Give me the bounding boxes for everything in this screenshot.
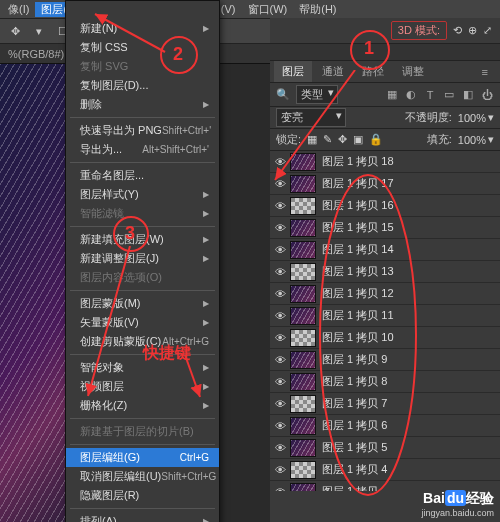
opacity-value[interactable]: 100% xyxy=(458,112,486,124)
ctx-separator xyxy=(70,508,215,509)
arrow-from-1 xyxy=(270,70,360,190)
dropdown-icon[interactable]: ▾ xyxy=(30,22,48,40)
orbit-icon[interactable]: ⟲ xyxy=(453,24,462,37)
visibility-eye-icon[interactable]: 👁 xyxy=(272,486,288,492)
filter-toggle-icon[interactable]: ⏻ xyxy=(480,88,494,102)
ctx-separator xyxy=(70,418,215,419)
filter-pixel-icon[interactable]: ▦ xyxy=(385,88,399,102)
visibility-eye-icon[interactable]: 👁 xyxy=(272,244,288,256)
visibility-eye-icon[interactable]: 👁 xyxy=(272,332,288,344)
ctx-layer-style[interactable]: 图层样式(Y) xyxy=(66,185,219,204)
canvas-image[interactable] xyxy=(0,64,65,522)
ctx-arrange[interactable]: 排列(A) xyxy=(66,512,219,522)
panel-menu-icon[interactable]: ≡ xyxy=(474,63,496,81)
ctx-quick-export-png[interactable]: 快速导出为 PNGShift+Ctrl+' xyxy=(66,121,219,140)
annotation-number-2: 2 xyxy=(173,44,183,65)
svg-line-1 xyxy=(88,246,130,396)
fill-value[interactable]: 100% xyxy=(458,134,486,146)
pan-icon[interactable]: ⊕ xyxy=(468,24,477,37)
lock-all-icon[interactable]: 🔒 xyxy=(369,133,383,146)
menu-help[interactable]: 帮助(H) xyxy=(293,2,342,17)
svg-line-3 xyxy=(275,70,355,180)
ctx-separator xyxy=(70,444,215,445)
annotation-shortcut-label: 快捷键 xyxy=(143,343,191,364)
visibility-eye-icon[interactable]: 👁 xyxy=(272,354,288,366)
ctx-delete[interactable]: 删除 xyxy=(66,95,219,114)
menu-window[interactable]: 窗口(W) xyxy=(242,2,294,17)
menu-image[interactable]: 像(I) xyxy=(2,2,35,17)
visibility-eye-icon[interactable]: 👁 xyxy=(272,288,288,300)
filter-type-icon[interactable]: T xyxy=(423,88,437,102)
ctx-export-as[interactable]: 导出为...Alt+Shift+Ctrl+' xyxy=(66,140,219,159)
visibility-eye-icon[interactable]: 👁 xyxy=(272,376,288,388)
ctx-rename[interactable]: 重命名图层... xyxy=(66,166,219,185)
svg-point-4 xyxy=(320,175,416,495)
ctx-new-slice: 新建基于图层的切片(B) xyxy=(66,422,219,441)
mode3d-label[interactable]: 3D 模式: xyxy=(391,21,447,40)
visibility-eye-icon[interactable]: 👁 xyxy=(272,420,288,432)
annotation-number-1: 1 xyxy=(364,38,374,59)
svg-line-0 xyxy=(95,14,165,52)
ctx-hide-layer[interactable]: 隐藏图层(R) xyxy=(66,486,219,505)
fill-dropdown-icon[interactable]: ▾ xyxy=(488,133,494,146)
visibility-eye-icon[interactable]: 👁 xyxy=(272,310,288,322)
opacity-dropdown-icon[interactable]: ▾ xyxy=(488,111,494,124)
annotation-ellipse-layers xyxy=(308,170,428,500)
filter-smart-icon[interactable]: ◧ xyxy=(461,88,475,102)
annotation-number-3: 3 xyxy=(125,223,135,244)
ctx-separator xyxy=(70,162,215,163)
visibility-eye-icon[interactable]: 👁 xyxy=(272,222,288,234)
ctx-copy-layer[interactable]: 复制图层(D)... xyxy=(66,76,219,95)
fill-label: 填充: xyxy=(427,132,452,147)
visibility-eye-icon[interactable]: 👁 xyxy=(272,200,288,212)
visibility-eye-icon[interactable]: 👁 xyxy=(272,442,288,454)
arrow-to-group xyxy=(80,246,150,406)
ctx-ungroup[interactable]: 取消图层编组(U)Shift+Ctrl+G xyxy=(66,467,219,486)
visibility-eye-icon[interactable]: 👁 xyxy=(272,266,288,278)
tab-adjust[interactable]: 调整 xyxy=(394,61,432,82)
ctx-separator xyxy=(70,117,215,118)
move-tool-icon[interactable]: ✥ xyxy=(6,22,24,40)
arrow-to-menu xyxy=(90,10,170,70)
watermark: Baidu经验 jingyan.baidu.com xyxy=(421,490,494,518)
filter-shape-icon[interactable]: ▭ xyxy=(442,88,456,102)
visibility-eye-icon[interactable]: 👁 xyxy=(272,464,288,476)
zoom-icon[interactable]: ⤢ xyxy=(483,24,492,37)
filter-adjust-icon[interactable]: ◐ xyxy=(404,88,418,102)
canvas-area xyxy=(0,64,65,522)
visibility-eye-icon[interactable]: 👁 xyxy=(272,398,288,410)
ctx-group-layers[interactable]: 图层编组(G)Ctrl+G xyxy=(66,448,219,467)
opacity-label: 不透明度: xyxy=(405,110,452,125)
